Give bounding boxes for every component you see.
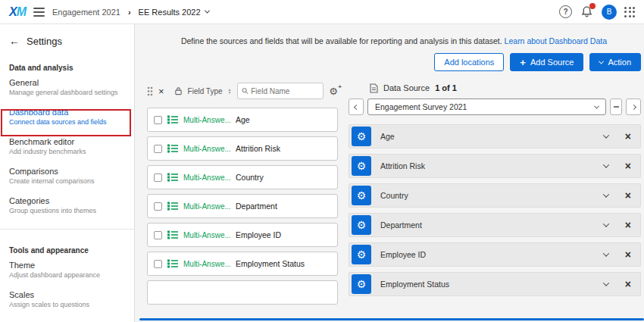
- field-settings-button[interactable]: ⚙: [352, 274, 371, 294]
- back-to-settings[interactable]: ← Settings: [0, 24, 134, 47]
- avatar[interactable]: B: [602, 5, 617, 20]
- source-field-row[interactable]: ⚙ Attrition Risk ×: [349, 154, 641, 178]
- field-row[interactable]: Multi-Answe... Age: [147, 108, 338, 132]
- close-icon[interactable]: ×: [625, 220, 631, 230]
- field-type-label: Multi-Answe...: [183, 145, 230, 153]
- field-settings-button[interactable]: ⚙: [352, 186, 371, 205]
- close-icon[interactable]: ×: [625, 190, 631, 201]
- field-type-label: Multi-Answe...: [183, 174, 230, 182]
- chevron-down-icon[interactable]: [603, 191, 609, 197]
- horizontal-scrollbar[interactable]: [139, 318, 644, 320]
- sidebar-item[interactable]: Scales Assign scales to questions: [0, 284, 134, 314]
- topbar: XM Engagement 2021 › EE Results 2022 ? B: [0, 0, 644, 24]
- field-checkbox[interactable]: [154, 202, 162, 211]
- search-input[interactable]: [251, 87, 319, 95]
- close-icon[interactable]: ×: [625, 279, 631, 289]
- add-source-button[interactable]: +Add Source: [510, 53, 583, 71]
- sidebar-item[interactable]: Benchmark editor Add industry benchmarks: [0, 131, 134, 161]
- field-name-search[interactable]: [237, 83, 324, 99]
- field-row[interactable]: Multi-Answe... Employment Status: [147, 252, 338, 276]
- source-field-row[interactable]: ⚙ Country ×: [349, 183, 641, 208]
- page-description: Define the sources and fields that will …: [147, 36, 641, 45]
- field-checkbox[interactable]: [154, 231, 162, 239]
- field-row-partial: [147, 280, 338, 305]
- sort-icon[interactable]: ▲▼: [228, 88, 232, 94]
- field-settings-button[interactable]: ⚙: [352, 127, 371, 146]
- chevron-down-icon[interactable]: [603, 280, 609, 286]
- sidebar-item[interactable]: General Manage general dashboard setting…: [0, 72, 134, 102]
- close-icon[interactable]: ×: [158, 86, 164, 96]
- field-name-label: Employment Status: [236, 259, 305, 268]
- chevron-down-icon[interactable]: [603, 220, 609, 227]
- multi-answer-icon: [167, 115, 178, 124]
- field-name-label: Country: [236, 173, 264, 182]
- source-field-row[interactable]: ⚙ Department ×: [349, 213, 641, 237]
- sidebar-item-desc: Manage general dashboard settings: [9, 89, 125, 96]
- dashboard-data-main: Define the sources and fields that will …: [135, 24, 644, 322]
- field-row[interactable]: Multi-Answe... Department: [147, 194, 338, 218]
- fields-header: × Field Type ▲▼ ⚙+: [147, 82, 338, 100]
- previous-source-button[interactable]: [349, 98, 364, 115]
- source-field-row[interactable]: ⚙ Employment Status ×: [349, 272, 641, 296]
- field-settings-button[interactable]: ⚙: [352, 156, 371, 176]
- notifications-bell-icon[interactable]: [580, 5, 594, 19]
- field-checkbox[interactable]: [154, 174, 162, 182]
- apps-grid-icon[interactable]: [624, 7, 635, 17]
- settings-label: Settings: [27, 36, 62, 47]
- chevron-down-icon[interactable]: [603, 132, 609, 138]
- field-row[interactable]: Multi-Answe... Attrition Risk: [147, 136, 338, 161]
- chevron-down-icon[interactable]: [603, 250, 609, 256]
- source-field-label: Attrition Risk: [380, 161, 595, 170]
- source-field-row[interactable]: ⚙ Employee ID ×: [349, 242, 641, 267]
- add-locations-button[interactable]: Add locations: [434, 53, 504, 71]
- gear-icon: ⚙: [357, 219, 367, 231]
- field-row[interactable]: Multi-Answe... Employee ID: [147, 223, 338, 247]
- field-type-label: Multi-Answe...: [183, 260, 230, 268]
- close-icon[interactable]: ×: [625, 131, 631, 142]
- action-button[interactable]: Action: [589, 53, 641, 71]
- chevron-down-icon[interactable]: [603, 161, 609, 167]
- source-field-label: Country: [380, 191, 595, 200]
- sidebar-item[interactable]: Dashboard data Connect data sources and …: [0, 102, 134, 131]
- remove-source-button[interactable]: [610, 98, 622, 115]
- multi-answer-icon: [167, 230, 178, 239]
- sidebar-item-desc: Create internal comparisons: [9, 177, 125, 185]
- source-list: ⚙ Age × ⚙ Attrition Risk ×: [349, 124, 641, 296]
- source-field-label: Employee ID: [380, 250, 595, 259]
- field-type-column-header: Field Type: [188, 87, 223, 95]
- close-icon[interactable]: ×: [625, 249, 631, 260]
- help-icon[interactable]: ?: [559, 5, 572, 18]
- drag-handle-icon[interactable]: [147, 86, 153, 96]
- chevron-down-icon: [599, 58, 604, 64]
- sidebar-item-desc: Add industry benchmarks: [9, 148, 125, 155]
- field-row[interactable]: Multi-Answe... Country: [147, 165, 338, 189]
- field-checkbox[interactable]: [154, 260, 162, 268]
- xm-logo[interactable]: XM: [9, 5, 26, 19]
- field-name-label: Attrition Risk: [236, 144, 280, 153]
- sidebar-item[interactable]: Theme Adjust dashboard appearance: [0, 255, 134, 284]
- sidebar-item-label: Benchmark editor: [9, 137, 125, 146]
- close-icon[interactable]: ×: [625, 161, 631, 171]
- source-field-row[interactable]: ⚙ Age ×: [349, 124, 641, 148]
- next-source-button[interactable]: [626, 98, 641, 115]
- fields-panel: × Field Type ▲▼ ⚙+: [147, 82, 338, 309]
- field-name-label: Age: [236, 115, 250, 124]
- lock-icon: [174, 86, 183, 95]
- settings-sidebar: ← Settings Data and analysis General Man…: [0, 24, 135, 322]
- gear-icon: ⚙: [357, 189, 367, 202]
- chevron-down-icon: [204, 8, 209, 14]
- hamburger-menu-icon[interactable]: [33, 8, 45, 17]
- breadcrumb-parent[interactable]: Engagement 2021: [52, 8, 120, 17]
- source-select[interactable]: Engagement Survey 2021: [367, 98, 606, 115]
- field-settings-gear-icon[interactable]: ⚙+: [329, 86, 338, 97]
- field-settings-button[interactable]: ⚙: [352, 215, 371, 235]
- field-checkbox[interactable]: [154, 145, 162, 153]
- sidebar-item[interactable]: Categories Group questions into themes: [0, 190, 134, 220]
- field-settings-button[interactable]: ⚙: [352, 245, 371, 264]
- field-checkbox[interactable]: [154, 116, 162, 124]
- source-field-label: Age: [380, 132, 595, 141]
- sidebar-item[interactable]: Comparisons Create internal comparisons: [0, 161, 134, 190]
- notification-badge: [589, 3, 596, 9]
- learn-about-link[interactable]: Learn about Dashboard Data: [505, 36, 607, 45]
- breadcrumb-current[interactable]: EE Results 2022: [139, 8, 209, 17]
